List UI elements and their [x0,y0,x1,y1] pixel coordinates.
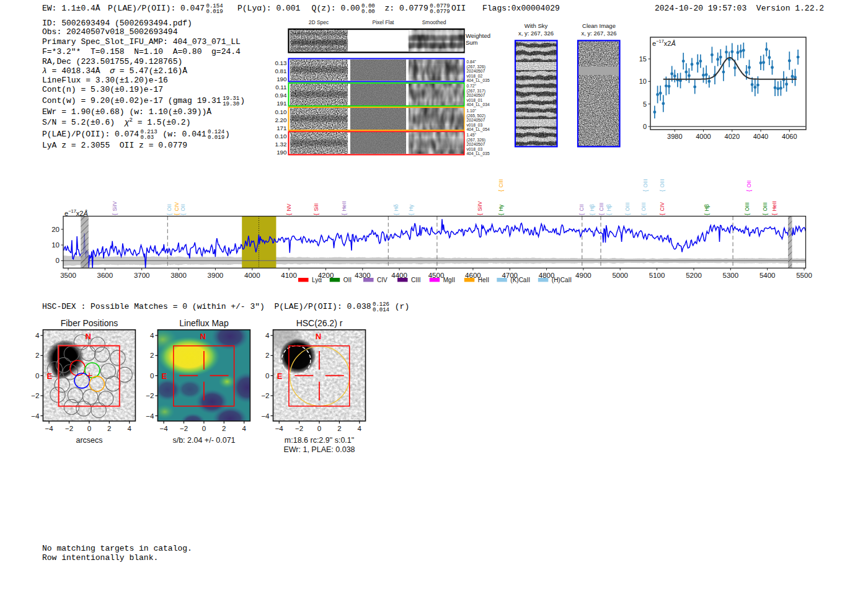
svg-text:10: 10 [639,78,647,85]
svg-text:{ OIII: { OIII [659,179,665,192]
svg-text:HeII: HeII [478,277,489,283]
svg-text:{ OIII: { OIII [642,179,649,192]
svg-text:E: E [162,371,167,381]
svg-text:{ CIII: { CIII [498,179,504,192]
svg-text:4: 4 [35,332,40,339]
svg-text:0: 0 [202,425,206,432]
svg-text:2: 2 [265,352,269,359]
svg-text:OII: OII [343,277,352,283]
svg-text:4300: 4300 [355,272,371,279]
svg-text:−4: −4 [45,425,54,432]
svg-text:{ Hγ: { Hγ [498,204,504,215]
svg-text:4040: 4040 [753,133,768,140]
svg-text:(H)CaII: (H)CaII [552,277,572,283]
svg-text:4: 4 [150,332,154,339]
svg-text:−2: −2 [146,392,154,399]
svg-text:−2: −2 [65,425,73,432]
svg-text:2: 2 [107,425,111,432]
svg-text:N: N [200,332,206,341]
svg-text:Lyα: Lyα [312,277,322,283]
svg-text:E: E [277,371,283,381]
svg-text:{ HeII: { HeII [341,201,347,215]
svg-text:4100: 4100 [281,272,297,279]
svg-text:4000: 4000 [244,272,260,279]
svg-text:10: 10 [51,241,60,249]
svg-text:3900: 3900 [208,272,224,279]
svg-text:5000: 5000 [612,272,628,279]
svg-text:2: 2 [337,425,341,432]
svg-text:4: 4 [358,425,362,432]
svg-text:0: 0 [265,372,269,380]
svg-text:{ HeII: { HeII [771,201,777,215]
svg-text:{ SiII: { SiII [313,203,319,215]
svg-text:{ Hβ: { Hβ [606,204,612,215]
svg-text:{ NV: { NV [286,203,292,215]
svg-text:{ OIII: { OIII [744,202,750,215]
svg-text:−2: −2 [295,425,303,432]
svg-text:20: 20 [51,226,60,233]
svg-text:−4: −4 [261,412,270,420]
svg-text:−4: −4 [146,412,154,420]
svg-text:3800: 3800 [170,272,187,279]
svg-text:3980: 3980 [667,133,682,140]
svg-text:4900: 4900 [575,272,591,279]
svg-text:4020: 4020 [725,133,740,140]
svg-text:−2: −2 [261,392,269,399]
svg-text:5400: 5400 [760,272,776,279]
svg-text:4000: 4000 [696,133,711,140]
svg-text:N: N [316,332,321,341]
svg-text:0: 0 [317,425,321,432]
svg-text:3700: 3700 [134,272,150,279]
svg-text:4: 4 [127,425,131,432]
svg-text:{ CIII: { CIII [598,203,604,215]
svg-text:{ OII: { OII [746,180,752,192]
svg-text:2: 2 [222,425,226,432]
svg-text:5: 5 [643,100,647,108]
svg-text:−4: −4 [31,412,40,420]
svg-text:5300: 5300 [723,272,739,279]
svg-text:{ SiIV: { SiIV [477,201,483,215]
svg-text:MgII: MgII [443,277,455,283]
svg-text:15: 15 [639,55,647,63]
svg-text:0: 0 [56,257,60,264]
svg-text:3600: 3600 [97,272,113,279]
svg-text:2: 2 [35,352,39,359]
svg-text:−4: −4 [160,425,169,432]
svg-text:{ CII: { CII [578,204,585,215]
svg-text:4060: 4060 [782,133,797,140]
svg-text:{ OIII: { OIII [624,202,631,215]
svg-text:{ Hγ: { Hγ [408,204,414,215]
svg-text:N: N [86,332,91,341]
svg-text:CIV: CIV [377,277,388,283]
svg-text:4: 4 [265,332,270,339]
svg-text:5200: 5200 [686,272,702,279]
svg-text:5100: 5100 [649,272,665,279]
svg-text:{ Hδ: { Hδ [393,204,399,215]
svg-text:{ SiIV: { SiIV [112,201,118,215]
svg-text:{ OII: { OII [180,204,186,215]
svg-text:{ CIV: { CIV [659,202,665,215]
svg-text:E: E [47,371,53,381]
svg-text:0: 0 [35,372,39,380]
svg-text:4: 4 [242,425,246,432]
svg-text:−2: −2 [31,392,39,399]
svg-text:(K)CaII: (K)CaII [510,277,530,283]
svg-text:{ OII: { OII [166,204,172,215]
svg-text:−4: −4 [275,425,284,432]
svg-text:−2: −2 [180,425,188,432]
svg-text:{ Hβ: { Hβ [589,204,595,215]
svg-text:4400: 4400 [391,272,407,279]
svg-text:0: 0 [643,123,647,130]
svg-text:3500: 3500 [60,272,76,279]
svg-text:CIII: CIII [411,277,421,283]
svg-text:{ CIV: { CIV [174,202,180,215]
svg-text:{ OIII: { OIII [640,202,647,215]
svg-text:2: 2 [150,352,154,359]
svg-text:5500: 5500 [796,272,812,279]
svg-text:0: 0 [87,425,91,432]
svg-text:{ OIII: { OIII [762,202,768,215]
svg-text:4500: 4500 [428,272,445,279]
svg-text:{ Hβ: { Hβ [704,204,710,215]
svg-text:0: 0 [150,372,154,380]
